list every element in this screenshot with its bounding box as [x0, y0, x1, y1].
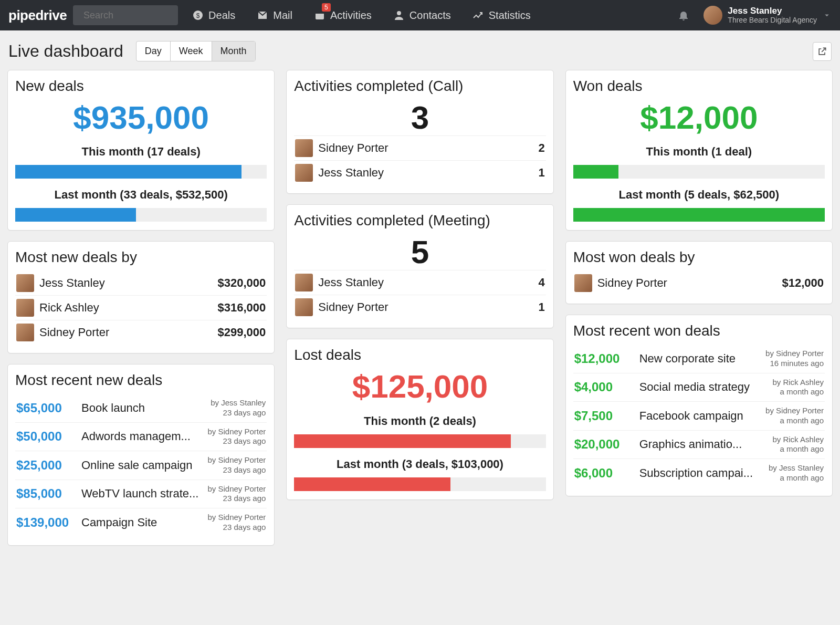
mail-icon [256, 9, 269, 22]
page-header: Live dashboard Day Week Month [0, 30, 840, 67]
user-menu[interactable]: Jess Stanley Three Bears Digital Agency [704, 6, 832, 25]
card-title: Activities completed (Meeting) [294, 212, 545, 229]
user-name: Jess Stanley [728, 6, 817, 16]
avatar [295, 298, 313, 316]
person-name: Jess Stanley [318, 166, 533, 180]
deal-meta: by Sidney Portera month ago [765, 406, 824, 426]
person-name: Rick Ashley [39, 301, 213, 315]
nav-activities[interactable]: 5 Activities [306, 0, 379, 30]
deal-meta: by Jess Stanleya month ago [769, 463, 824, 483]
deal-amount: $65,000 [16, 401, 75, 415]
nav-deals[interactable]: $ Deals [184, 0, 243, 30]
list-item[interactable]: Jess Stanley $320,000 [15, 271, 267, 295]
card-activities-call: Activities completed (Call) 3 Sidney Por… [286, 70, 553, 194]
deal-meta: by Sidney Porter16 minutes ago [765, 349, 824, 369]
avatar [16, 299, 34, 317]
list-item[interactable]: Jess Stanley 4 [294, 270, 545, 295]
amount: $299,000 [218, 326, 266, 339]
list-item[interactable]: Sidney Porter 2 [294, 136, 545, 160]
list-item[interactable]: Jess Stanley 1 [294, 160, 545, 185]
svg-point-4 [397, 11, 401, 15]
deal-name: Book launch [81, 401, 204, 415]
card-title: Won deals [573, 78, 825, 95]
count: 1 [538, 166, 544, 180]
card-title: Most new deals by [15, 249, 267, 266]
deal-row[interactable]: $25,000 Online sale campaign by Sidney P… [15, 451, 267, 480]
svg-text:$: $ [196, 12, 200, 19]
card-title: Most won deals by [573, 249, 825, 266]
bar-last-fill [573, 208, 825, 222]
deal-name: Campaign Site [81, 516, 201, 529]
period-month[interactable]: Month [212, 41, 255, 61]
deal-amount: $4,000 [574, 380, 633, 394]
card-recent-won: Most recent won deals $12,000 New corpor… [565, 315, 833, 496]
bar-this [294, 434, 545, 448]
card-won-deals: Won deals $12,000 This month (1 deal) La… [565, 70, 833, 231]
deal-amount: $20,000 [574, 437, 633, 452]
card-new-deals: New deals $935,000 This month (17 deals)… [7, 70, 275, 231]
list-item[interactable]: Rick Ashley $316,000 [15, 295, 267, 320]
period-toggle: Day Week Month [136, 41, 256, 61]
card-recent-new: Most recent new deals $65,000 Book launc… [7, 364, 275, 546]
deal-meta: by Sidney Porter23 days ago [207, 455, 266, 475]
list-item[interactable]: Sidney Porter $299,000 [15, 320, 267, 345]
topbar: pipedrive $ Deals Mail 5 Activities Cont… [0, 0, 840, 30]
logo: pipedrive [8, 7, 67, 24]
card-most-won-by: Most won deals by Sidney Porter $12,000 [565, 241, 833, 304]
deal-name: Adwords managem... [81, 430, 201, 443]
bar-this-fill [573, 165, 618, 179]
avatar [295, 164, 313, 182]
list-item[interactable]: Sidney Porter $12,000 [573, 271, 825, 295]
deal-amount: $85,000 [16, 486, 75, 501]
bar-this [15, 165, 267, 179]
deal-row[interactable]: $65,000 Book launch by Jess Stanley23 da… [15, 394, 267, 422]
won-this-label: This month (1 deal) [573, 145, 825, 159]
nav-contacts[interactable]: Contacts [385, 0, 458, 30]
lost-this-label: This month (2 deals) [294, 414, 545, 428]
dashboard-columns: New deals $935,000 This month (17 deals)… [0, 67, 840, 561]
bar-last-fill [294, 477, 450, 491]
chevron-down-icon [822, 9, 832, 22]
deal-row[interactable]: $50,000 Adwords managem... by Sidney Por… [15, 422, 267, 451]
deal-row[interactable]: $85,000 WebTV launch strate... by Sidney… [15, 480, 267, 508]
notifications[interactable] [670, 0, 697, 30]
period-day[interactable]: Day [136, 41, 171, 61]
period-week[interactable]: Week [171, 41, 212, 61]
new-deals-this-label: This month (17 deals) [15, 145, 267, 159]
deal-row[interactable]: $6,000 Subscription campai... by Jess St… [573, 459, 825, 487]
deal-meta: by Rick Ashleya month ago [772, 378, 824, 398]
deal-row[interactable]: $139,000 Campaign Site by Sidney Porter2… [15, 508, 267, 537]
deal-amount: $139,000 [16, 515, 75, 530]
deal-row[interactable]: $7,500 Facebook campaign by Sidney Porte… [573, 401, 825, 430]
list-item[interactable]: Sidney Porter 1 [294, 295, 545, 319]
deal-amount: $12,000 [574, 351, 633, 366]
count: 1 [538, 300, 544, 314]
activities-badge: 5 [322, 3, 331, 12]
nav-statistics-label: Statistics [489, 9, 531, 22]
deal-row[interactable]: $4,000 Social media strategy by Rick Ash… [573, 373, 825, 402]
amount: $320,000 [218, 276, 266, 290]
meeting-count: 5 [294, 234, 545, 270]
deal-row[interactable]: $20,000 Graphics animatio... by Rick Ash… [573, 430, 825, 459]
bar-this-fill [294, 434, 510, 448]
deal-amount: $7,500 [574, 409, 633, 423]
share-button[interactable] [813, 42, 832, 61]
nav-activities-label: Activities [330, 9, 372, 22]
deal-amount: $50,000 [16, 429, 75, 444]
person-name: Sidney Porter [597, 276, 777, 290]
col-right: Won deals $12,000 This month (1 deal) La… [565, 70, 833, 496]
nav-statistics[interactable]: Statistics [465, 0, 538, 30]
deal-row[interactable]: $12,000 New corporate site by Sidney Por… [573, 345, 825, 373]
deal-meta: by Sidney Porter23 days ago [207, 513, 266, 533]
new-deals-amount: $935,000 [15, 100, 267, 136]
person-name: Jess Stanley [318, 276, 533, 289]
card-title: Activities completed (Call) [294, 78, 545, 95]
search-wrap[interactable] [73, 5, 178, 25]
external-link-icon [817, 46, 827, 57]
nav-contacts-label: Contacts [410, 9, 451, 22]
avatar [16, 274, 34, 292]
avatar [16, 324, 34, 341]
nav-deals-label: Deals [208, 9, 235, 22]
nav-mail[interactable]: Mail [249, 0, 300, 30]
deal-meta: by Sidney Porter23 days ago [207, 484, 266, 504]
